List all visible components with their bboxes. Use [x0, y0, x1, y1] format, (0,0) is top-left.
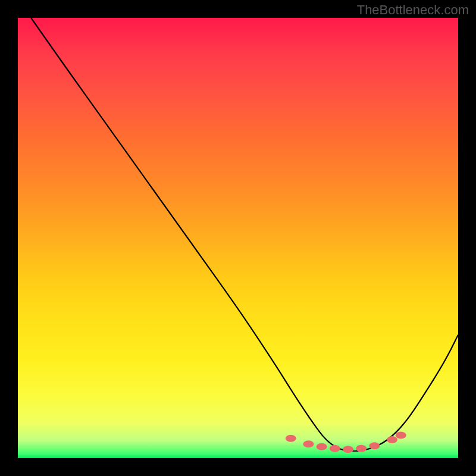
marker-dot — [396, 432, 406, 439]
marker-dot — [317, 443, 327, 450]
bottleneck-curve-path — [31, 18, 458, 451]
marker-dot — [356, 445, 367, 452]
chart-svg — [18, 18, 458, 458]
marker-dot — [343, 446, 353, 453]
highlight-markers — [286, 432, 406, 453]
marker-dot — [303, 440, 314, 447]
marker-dot — [369, 442, 380, 449]
chart-plot-area — [18, 18, 458, 458]
marker-dot — [286, 435, 296, 442]
marker-dot — [330, 445, 340, 452]
marker-dot — [387, 436, 397, 443]
attribution-text: TheBottleneck.com — [357, 2, 469, 18]
